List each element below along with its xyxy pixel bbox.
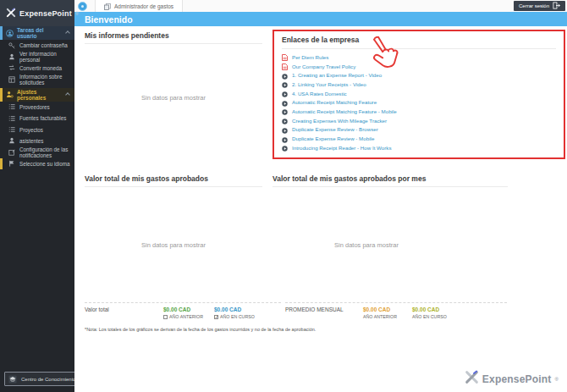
sidebar-item-billable-sources[interactable]: Fuentes facturables — [0, 113, 74, 124]
sidebar-item-label: Convertir moneda — [19, 65, 62, 71]
expensepoint-x-logo-icon — [465, 370, 479, 388]
sidebar-section-user-tasks[interactable]: Tareas del usuario — [0, 26, 74, 40]
company-link-label: 2. Linking Your Receipts - Video — [292, 81, 366, 87]
hand-pointer-annotation-icon — [366, 36, 410, 76]
logout-door-icon — [553, 2, 560, 10]
registered-mark: ® — [555, 377, 559, 382]
company-link[interactable]: Automatic Receipt Matching Feature - Mob… — [282, 107, 556, 116]
app-menu-icon[interactable] — [78, 2, 87, 11]
average-current-year-value: $0.00 CAD — [412, 306, 461, 312]
sidebar-item-projects[interactable]: Proyectos — [0, 124, 74, 135]
company-link[interactable]: Duplicate Expense Review - Browser — [282, 125, 556, 135]
pending-reports-empty-message: Sin datos para mostrar — [85, 94, 262, 102]
company-link[interactable]: Introducing Receipt Reader - How It Work… — [282, 143, 556, 152]
footer-logo: ExpensePoint® — [465, 370, 559, 388]
main-content: Mis informes pendientes Sin datos para m… — [74, 26, 567, 392]
previous-year-checkbox[interactable] — [163, 315, 168, 319]
sidebar-item-label: Configuración de las notificaciones — [19, 146, 74, 158]
registered-mark: ® — [75, 11, 79, 16]
person-gear-icon — [6, 91, 14, 98]
approved-total-empty-message: Sin datos para mostrar — [85, 241, 262, 249]
sidebar-item-label: Información sobre solicitudes — [19, 74, 74, 86]
video-icon — [282, 140, 288, 155]
knowledge-center-label: Centro de Conocimiento — [21, 377, 76, 382]
totals-label: Valor total — [85, 306, 163, 319]
sidebar-section-label: Ajustes personales — [17, 89, 63, 101]
company-link[interactable]: 1. Creating an Expense Report - Video — [282, 70, 556, 80]
chevron-up-icon — [65, 92, 69, 97]
previous-year-label: AÑO ANTERIOR — [169, 314, 203, 319]
average-current-year: $0.00 CAD AÑO EN CURSO — [412, 306, 461, 319]
company-links-title: Enlaces de la empresa — [282, 36, 556, 49]
chart-footnote: *Nota: Los totales de los gráficos se de… — [85, 327, 316, 332]
person-icon — [8, 53, 15, 60]
sidebar-section-label: Tareas del usuario — [17, 27, 63, 39]
monthly-average-label: PROMEDIO MENSUAL — [285, 306, 363, 319]
average-previous-year: $0.00 CAD AÑO ANTERIOR — [363, 306, 412, 319]
sidebar-item-request-info[interactable]: Información sobre solicitudes — [0, 74, 74, 85]
company-link[interactable]: 4. USA Rates Domestic — [282, 89, 556, 98]
totals-previous-year-value: $0.00 CAD — [163, 306, 214, 312]
company-link-label: Our Company Travel Policy — [292, 63, 355, 69]
current-year-checkbox[interactable] — [214, 315, 218, 319]
sidebar-item-personal-info[interactable]: Ver información personal — [0, 51, 74, 62]
page-header: Bienvenido — [74, 12, 567, 26]
sidebar-item-convert-currency[interactable]: Convertir moneda — [0, 63, 74, 74]
person-icon — [8, 137, 15, 144]
sidebar-item-label: Fuentes facturables — [19, 115, 66, 121]
logout-button-label: Cerrar sesión — [519, 3, 549, 8]
totals-summary: Valor total $0.00 CAD AÑO ANTERIOR $0.00… — [85, 302, 281, 319]
info-table-icon — [8, 76, 15, 83]
current-year-label: AÑO EN CURSO — [220, 314, 255, 319]
average-previous-year-value: $0.00 CAD — [363, 306, 412, 312]
logout-button[interactable]: Cerrar sesión — [514, 1, 565, 11]
approved-total-title: Valor total de mis gastos aprobados — [85, 174, 262, 187]
sidebar-item-label: Ver información personal — [19, 51, 74, 63]
sidebar: Tareas del usuario Cambiar contraseña Ve… — [0, 26, 74, 392]
list-icon — [8, 103, 15, 110]
company-link-label: Duplicate Expense Review - Browser — [292, 126, 378, 132]
flag-icon — [8, 160, 15, 167]
sidebar-item-select-language[interactable]: Seleccione su idioma — [0, 158, 74, 169]
chevron-up-icon — [65, 30, 70, 36]
approved-monthly-empty-message: Sin datos para mostrar — [272, 241, 460, 249]
company-link[interactable]: 2. Linking Your Receipts - Video — [282, 80, 556, 89]
company-link-label: Automatic Receipt Matching Feature — [292, 99, 377, 105]
company-link[interactable]: Our Company Travel Policy — [282, 62, 556, 71]
expensepoint-app-window: ExpensePoint® Administrador de gastos Ce… — [0, 0, 567, 392]
company-link-label: Automatic Receipt Matching Feature - Mob… — [292, 108, 397, 114]
sidebar-item-label: Proveedores — [19, 104, 50, 110]
sidebar-item-label: asistentes — [19, 138, 43, 144]
sidebar-item-notification-settings[interactable]: Configuración de las notificaciones — [0, 146, 74, 157]
key-icon — [8, 42, 15, 49]
sidebar-item-vendors[interactable]: Proveedores — [0, 102, 74, 113]
totals-current-year: $0.00 CAD AÑO EN CURSO — [214, 306, 265, 319]
company-link[interactable]: Automatic Receipt Matching Feature — [282, 97, 556, 107]
totals-current-year-value: $0.00 CAD — [214, 306, 265, 312]
monthly-average-summary: PROMEDIO MENSUAL $0.00 CAD AÑO ANTERIOR … — [285, 302, 507, 319]
approved-monthly-title: Valor total de mis gastos aprobados por … — [272, 174, 508, 187]
company-link[interactable]: Creating Expenses With Mileage Tracker — [282, 116, 556, 125]
list-icon — [8, 115, 15, 122]
sidebar-item-label: Seleccione su idioma — [19, 161, 70, 167]
totals-previous-year: $0.00 CAD AÑO ANTERIOR — [163, 306, 214, 319]
sidebar-section-personal-settings[interactable]: Ajustes personales — [0, 88, 74, 102]
company-link[interactable]: Per Diem Rules — [282, 52, 556, 62]
sidebar-item-label: Proyectos — [19, 127, 43, 133]
tab-expense-manager[interactable]: Administrador de gastos — [95, 0, 183, 12]
app-logo: ExpensePoint® — [0, 0, 74, 26]
graduation-cap-icon — [8, 372, 17, 387]
company-link-label: Introducing Receipt Reader - How It Work… — [292, 145, 392, 151]
user-circle-icon — [6, 30, 14, 37]
expensepoint-x-logo-icon — [6, 6, 16, 21]
page-title: Bienvenido — [85, 14, 133, 25]
company-link[interactable]: Duplicate Expense Review - Mobile — [282, 134, 556, 143]
pending-reports-title: Mis informes pendientes — [85, 31, 262, 44]
average-previous-year-label: AÑO ANTERIOR — [363, 314, 397, 319]
app-logo-text: ExpensePoint — [19, 9, 72, 18]
sidebar-item-assistants[interactable]: asistentes — [0, 135, 74, 146]
sidebar-item-change-password[interactable]: Cambiar contraseña — [0, 40, 74, 51]
average-current-year-label: AÑO EN CURSO — [412, 314, 447, 319]
currency-exchange-icon — [8, 64, 15, 71]
company-link-label: Duplicate Expense Review - Mobile — [292, 135, 374, 141]
